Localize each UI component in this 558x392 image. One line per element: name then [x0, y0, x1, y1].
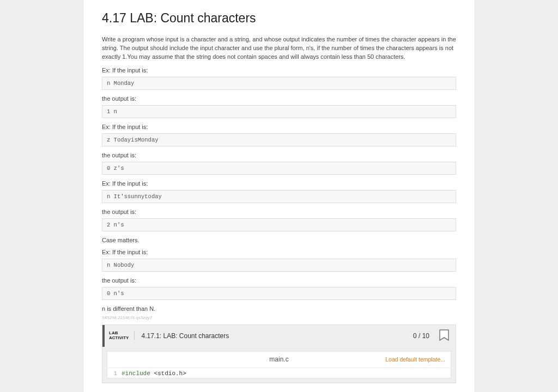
example-2-output-code: 0 z's: [102, 162, 456, 175]
example-3-input-code: n It'ssunnytoday: [102, 190, 456, 203]
token-include: #include: [122, 370, 150, 377]
activity-score: 0 / 10: [413, 332, 429, 340]
example-2-output-label: the output is:: [102, 152, 456, 158]
example-4-output-label: the output is:: [102, 277, 456, 284]
editor-top-bar: main.c Load default template...: [107, 352, 451, 368]
page-container: 4.17 LAB: Count characters Write a progr…: [83, 0, 475, 392]
example-1-output-label: the output is:: [102, 95, 456, 102]
example-1-input-label: Ex: If the input is:: [102, 67, 456, 74]
tag-line-2: ACTIVITY: [109, 336, 129, 340]
example-3-output-code: 2 n's: [102, 218, 456, 231]
example-4-input-code: n Nobody: [102, 259, 456, 272]
token-header: <stdio.h>: [150, 370, 186, 377]
load-default-template-link[interactable]: Load default template...: [385, 356, 445, 363]
example-3-input-label: Ex: If the input is:: [102, 180, 456, 187]
ribbon-icon: [439, 329, 449, 342]
editor-shell: main.c Load default template... 1 #inclu…: [107, 351, 451, 378]
activity-title: 4.17.1: LAB: Count characters: [141, 332, 407, 340]
example-2-input-code: z TodayisMonday: [102, 133, 456, 146]
problem-description: Write a program whose input is a charact…: [102, 35, 456, 62]
activity-header: LAB ACTIVITY 4.17.1: LAB: Count characte…: [102, 325, 456, 347]
editor-filename: main.c: [269, 356, 288, 363]
tracking-id: 345298.2104678.qx3zqy7: [102, 315, 456, 320]
example-1-output-code: 1 n: [102, 105, 456, 118]
code-editor[interactable]: 1 #include <stdio.h>: [107, 368, 451, 378]
example-4-output-code: 0 n's: [102, 287, 456, 300]
code-line-1: 1 #include <stdio.h>: [107, 370, 451, 377]
case-difference-note: n is different than N.: [102, 305, 456, 312]
lab-activity-tag: LAB ACTIVITY: [105, 331, 135, 340]
example-2-input-label: Ex: If the input is:: [102, 124, 456, 130]
example-4-input-label: Ex: If the input is:: [102, 249, 456, 255]
line-number: 1: [107, 370, 122, 377]
example-3-output-label: the output is:: [102, 209, 456, 215]
lab-activity-card: LAB ACTIVITY 4.17.1: LAB: Count characte…: [102, 324, 456, 383]
page-title: 4.17 LAB: Count characters: [102, 11, 456, 26]
example-1-input-code: n Monday: [102, 77, 456, 90]
case-matters-note: Case matters.: [102, 237, 456, 243]
